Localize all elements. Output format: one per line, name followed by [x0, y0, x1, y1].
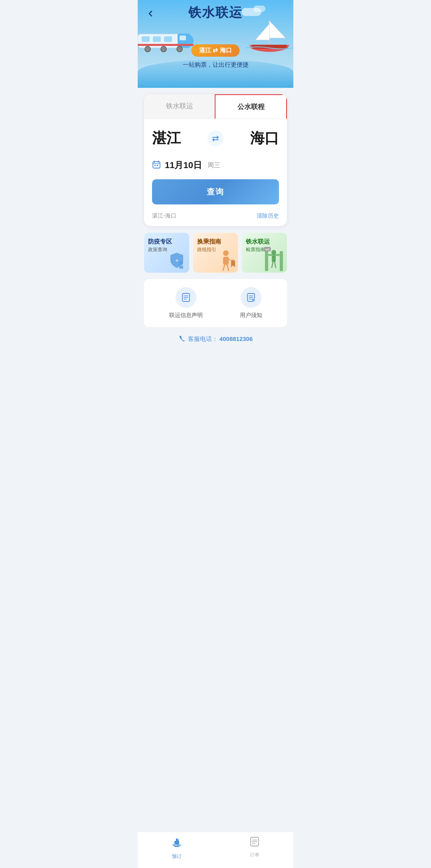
svg-rect-17	[157, 165, 158, 166]
svg-rect-7	[138, 44, 194, 46]
user-notice-icon	[241, 287, 261, 308]
banner-transfer-title: 换乘指南	[193, 233, 238, 246]
customer-service-section: 客服电话： 4008812306	[138, 327, 293, 351]
phone-icon	[178, 335, 186, 343]
history-row: 湛江-海口 清除历史	[144, 211, 287, 226]
main-card: 铁水联运 公水联程 湛江 海口 11月10日	[144, 94, 287, 226]
banner-rail-water-guide[interactable]: 铁水联运 检票指南 检票	[242, 233, 287, 273]
svg-line-35	[272, 262, 273, 268]
svg-rect-34	[272, 256, 276, 262]
nav-item-orders[interactable]: 订单	[216, 836, 293, 860]
svg-rect-31	[280, 251, 283, 271]
svg-rect-20	[179, 266, 183, 269]
banner-epidemic-title: 防疫专区	[144, 233, 189, 246]
svg-rect-3	[142, 36, 150, 42]
bottom-navigation: 预订 订单	[138, 832, 293, 868]
booking-label: 预订	[172, 853, 182, 860]
notice-label: 联运信息声明	[169, 312, 203, 319]
info-section: 联运信息声明 用户须知	[144, 279, 287, 327]
banner-section: 防疫专区 政策查询 + 换乘指南 路线指引	[138, 226, 293, 279]
svg-text:+: +	[175, 257, 178, 264]
svg-rect-5	[164, 36, 172, 42]
page-title: 铁水联运	[188, 4, 243, 22]
notice-icon	[176, 287, 196, 308]
hero-subtitle: 一站购票，让出行更便捷	[183, 61, 249, 69]
route-badge: 湛江 ⇄ 海口	[191, 44, 239, 57]
calendar-icon	[152, 160, 161, 171]
svg-rect-16	[154, 165, 156, 166]
svg-rect-30	[265, 251, 268, 271]
svg-point-9	[161, 46, 166, 52]
svg-line-23	[223, 265, 225, 270]
banner-guide-title: 铁水联运	[242, 233, 287, 246]
history-text: 湛江-海口	[152, 212, 176, 220]
svg-point-10	[177, 46, 182, 52]
train-illustration	[138, 22, 198, 55]
svg-point-8	[145, 46, 150, 52]
date-section[interactable]: 11月10日 周三	[144, 155, 287, 179]
svg-rect-12	[153, 162, 160, 168]
svg-point-19	[179, 261, 183, 265]
info-item-user-notice[interactable]: 用户须知	[240, 287, 262, 319]
tab-rail-water[interactable]: 铁水联运	[144, 94, 215, 119]
boat-illustration	[241, 16, 293, 57]
tab-bar: 铁水联运 公水联程	[144, 94, 287, 119]
departure-city[interactable]: 湛江	[152, 129, 181, 148]
back-button[interactable]	[144, 7, 157, 20]
svg-line-24	[227, 265, 229, 270]
departure-date: 11月10日	[165, 159, 202, 171]
booking-icon	[170, 836, 183, 852]
svg-point-28	[231, 266, 232, 267]
person-luggage-icon	[216, 247, 236, 273]
gate-icon: 检票	[263, 245, 285, 273]
customer-service-label: 客服电话： 4008812306	[188, 335, 253, 343]
swap-button[interactable]	[208, 131, 223, 147]
svg-rect-4	[153, 36, 161, 42]
svg-point-21	[223, 250, 229, 256]
svg-point-49	[253, 301, 253, 301]
orders-label: 订单	[250, 852, 259, 858]
tab-road-water[interactable]: 公水联程	[215, 94, 287, 119]
svg-rect-22	[223, 257, 229, 265]
svg-rect-52	[178, 839, 179, 841]
shield-icon: +	[168, 251, 186, 271]
departure-weekday: 周三	[208, 161, 220, 170]
info-item-notice[interactable]: 联运信息声明	[169, 287, 203, 319]
svg-rect-26	[231, 260, 235, 266]
hero-section: 铁水联运	[138, 0, 293, 88]
banner-transfer[interactable]: 换乘指南 路线指引	[193, 233, 238, 273]
svg-point-29	[234, 266, 235, 267]
svg-text:检票: 检票	[265, 248, 269, 251]
route-selector: 湛江 海口	[144, 119, 287, 155]
destination-city[interactable]: 海口	[250, 129, 279, 148]
orders-icon	[249, 836, 260, 850]
search-button[interactable]: 查询	[152, 179, 279, 204]
clear-history-button[interactable]: 清除历史	[257, 212, 279, 220]
cloud-2	[253, 6, 265, 12]
svg-rect-51	[176, 838, 178, 842]
nav-item-booking[interactable]: 预订	[138, 836, 216, 860]
banner-epidemic[interactable]: 防疫专区 政策查询 +	[144, 233, 189, 273]
svg-line-36	[275, 262, 276, 268]
svg-point-33	[271, 250, 276, 255]
user-notice-label: 用户须知	[240, 312, 262, 319]
svg-rect-6	[180, 36, 186, 40]
